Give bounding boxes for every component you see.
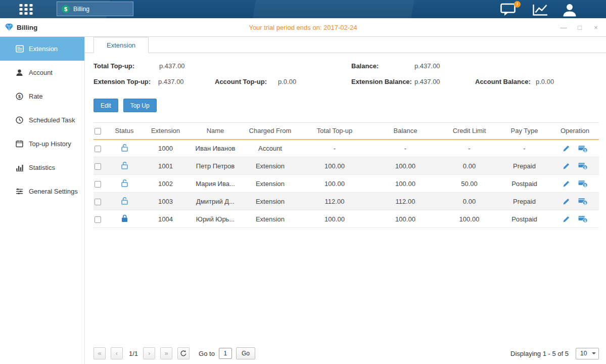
charged-from-cell: Account [241,140,299,157]
topup-icon[interactable]: $ [578,179,588,188]
messages-button[interactable]: ! [500,3,517,16]
minimize-button[interactable]: — [560,24,568,31]
table-body: 1000Иван ИвановAccount----$1001Петр Петр… [94,140,599,228]
svg-text:$: $ [584,201,586,205]
row-checkbox[interactable] [95,181,101,188]
row-checkbox[interactable] [95,163,101,170]
page-indicator: 1/1 [129,350,138,357]
lock-open-icon [121,144,128,152]
first-page-button[interactable]: « [94,347,106,359]
sidebar-item-rate[interactable]: $Rate [0,84,84,108]
pay-type-cell: - [498,140,551,157]
operation-cell: $ [551,175,599,193]
sidebar-item-label: Top-up History [29,140,71,148]
lock-open-icon [121,179,128,187]
go-button[interactable]: Go [236,347,255,359]
page-size-select[interactable]: 10 [576,348,599,359]
table-header-row: StatusExtensionNameCharged FromTotal Top… [94,123,599,140]
sidebar-item-general-settings[interactable]: General Settings [0,179,84,203]
topup-icon[interactable]: $ [578,162,588,170]
extension-cell: 1001 [142,157,190,175]
extension-cell: 1000 [142,140,190,157]
svg-text:$: $ [584,219,586,223]
tab-extension[interactable]: Extension [94,37,149,53]
balance-cell: 112.00 [370,193,441,210]
total-topup-cell: 100.00 [299,175,370,193]
edit-icon[interactable] [563,215,570,223]
billing-dollar-icon: $ [62,5,70,13]
pay-type-cell: Postpaid [498,210,551,228]
sidebar-item-label: Extension [29,45,58,53]
pagination: « ‹ 1/1 › » Go to Go Displaying 1 - 5 of… [94,347,599,359]
apps-grid-icon[interactable] [19,4,33,15]
account-topup-value: p.0.00 [278,78,296,85]
extension-icon [15,45,24,53]
balance-value: p.437.00 [414,62,440,70]
charged-from-cell: Extension [241,157,299,175]
svg-text:$: $ [18,94,21,99]
edit-icon[interactable] [563,180,570,188]
scheduled-task-icon [15,116,24,124]
name-cell: Иван Иванов [190,140,241,157]
sidebar-item-label: Scheduled Task [29,116,75,124]
extension-cell: 1002 [142,175,190,193]
prev-page-button[interactable]: ‹ [111,347,123,359]
close-button[interactable]: × [592,24,600,31]
notification-badge: ! [514,1,521,8]
edit-icon[interactable] [563,145,570,152]
table-row: 1000Иван ИвановAccount----$ [94,140,599,157]
balance-cell: 100.00 [370,210,441,228]
col-extension: Extension [142,123,190,140]
goto-page-input[interactable] [219,348,232,359]
refresh-button[interactable] [177,347,190,359]
name-cell: Юрий Юрь... [190,210,241,228]
lock-open-icon [121,197,128,205]
row-checkbox[interactable] [95,199,101,205]
total-topup-label: Total Top-up: [94,62,134,70]
topup-icon[interactable]: $ [578,197,588,205]
maximize-button[interactable]: □ [576,24,584,31]
row-checkbox[interactable] [95,146,101,152]
svg-text:$: $ [584,166,586,170]
sidebar-item-scheduled-task[interactable]: Scheduled Task [0,108,84,132]
row-checkbox[interactable] [95,216,101,223]
sidebar-item-top-up-history[interactable]: Top-up History [0,132,84,156]
extension-balance-label: Extension Balance: [351,78,412,85]
extension-balance-value: p.437.00 [414,78,440,85]
sidebar-item-statistics[interactable]: Statistics [0,156,84,179]
operation-cell: $ [551,193,599,210]
next-page-button[interactable]: › [143,347,155,359]
name-cell: Петр Петров [190,157,241,175]
sidebar-item-account[interactable]: Account [0,61,84,84]
billing-app-window: $ Billing ! Billing Your trial period en… [0,0,606,364]
edit-button[interactable]: Edit [94,99,118,112]
col-balance: Balance [370,123,441,140]
lock-open-icon [121,161,128,169]
svg-text:$: $ [584,184,586,188]
status-cell [107,193,142,210]
sidebar-item-label: Rate [29,93,42,100]
user-button[interactable] [562,3,577,17]
col-total-top-up: Total Top-up [299,123,370,140]
name-cell: Дмитрий Д... [190,193,241,210]
operation-cell: $ [551,157,599,175]
topup-icon[interactable]: $ [578,215,588,223]
sidebar-item-label: Statistics [29,164,55,171]
reports-button[interactable] [532,4,548,17]
edit-icon[interactable] [563,198,570,205]
credit-limit-cell: 50.00 [441,175,498,193]
select-all-checkbox[interactable] [95,128,101,134]
last-page-button[interactable]: » [160,347,172,359]
status-cell [107,157,142,175]
total-topup-cell: 112.00 [299,193,370,210]
credit-limit-cell: 0.00 [441,193,498,210]
name-cell: Мария Ива... [190,175,241,193]
account-balance-label: Account Balance: [475,78,531,85]
table-row: 1002Мария Ива...Extension100.00100.0050.… [94,175,599,193]
top-up-button[interactable]: Top Up [123,99,157,112]
topbar-tab-billing[interactable]: $ Billing [57,2,133,16]
edit-icon[interactable] [563,162,570,170]
charged-from-cell: Extension [241,175,299,193]
sidebar-item-extension[interactable]: Extension [0,37,84,61]
topup-icon[interactable]: $ [578,145,588,153]
